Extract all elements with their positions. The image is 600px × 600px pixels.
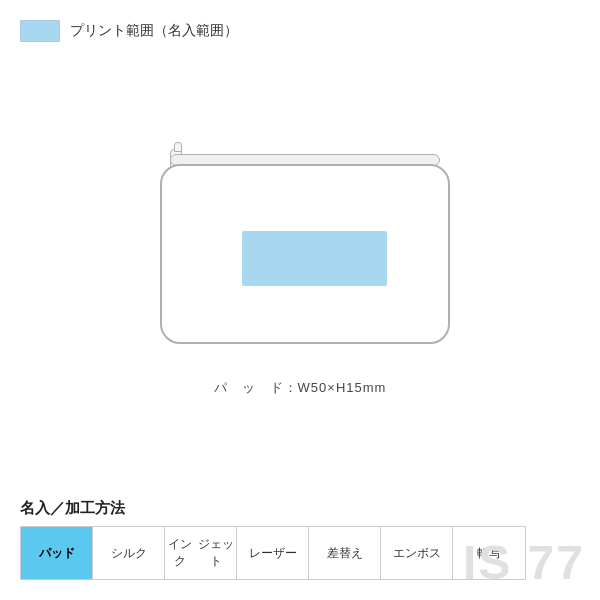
diagram-area: パ ッ ド：W50×H15mm [20, 52, 580, 489]
method-tabs: パッドシルクインクジェットレーザー差替えエンボス転写 [20, 526, 526, 580]
method-tab-emboss[interactable]: エンボス [381, 527, 453, 579]
pouch-body [160, 164, 450, 344]
method-tab-laser[interactable]: レーザー [237, 527, 309, 579]
section-title: 名入／加工方法 [20, 499, 580, 518]
method-tab-tensha[interactable]: 転写 [453, 527, 525, 579]
pouch-diagram [140, 144, 460, 364]
method-tab-pad[interactable]: パッド [21, 527, 93, 579]
method-tab-inkjet[interactable]: インクジェット [165, 527, 237, 579]
legend-color-swatch [20, 20, 60, 42]
dimension-label: パ ッ ド：W50×H15mm [214, 379, 387, 397]
page-container: プリント範囲（名入範囲） パ ッ ド：W50×H15mm 名入／加工方法 パッド… [0, 0, 600, 600]
legend-row: プリント範囲（名入範囲） [20, 20, 580, 42]
method-tab-silk[interactable]: シルク [93, 527, 165, 579]
legend-label: プリント範囲（名入範囲） [70, 22, 238, 40]
print-area [242, 231, 387, 286]
method-tab-sasikae[interactable]: 差替え [309, 527, 381, 579]
